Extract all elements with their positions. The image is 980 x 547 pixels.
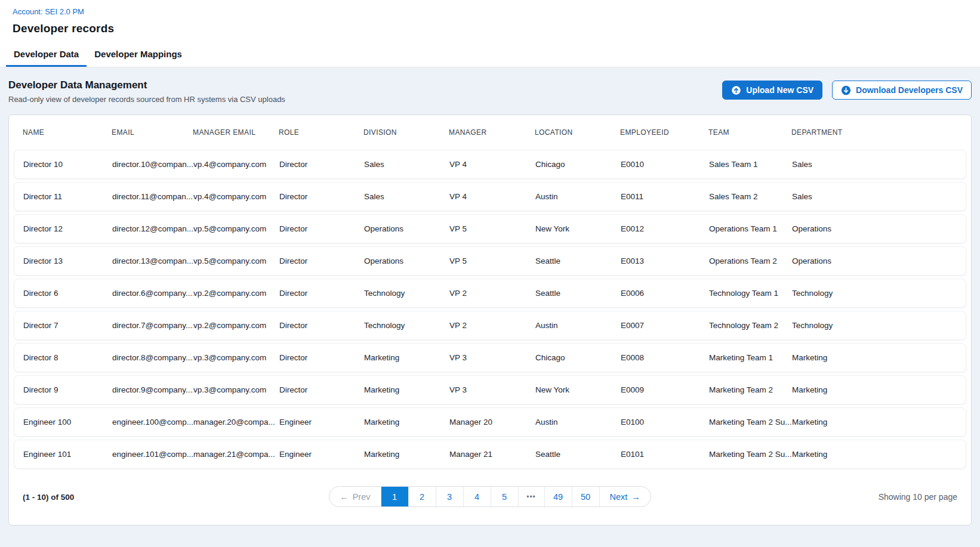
page-button-4[interactable]: 4 [463, 487, 491, 506]
upload-csv-button[interactable]: Upload New CSV [722, 81, 822, 100]
cell-department: Marketing [792, 353, 966, 362]
cell-manager: VP 3 [449, 385, 535, 394]
app-window: Account: SEI 2.0 PM Developer records De… [0, 0, 980, 547]
section-header-text: Developer Data Management Read-only view… [8, 79, 285, 104]
download-csv-button[interactable]: Download Developers CSV [832, 81, 972, 100]
section-header: Developer Data Management Read-only view… [8, 79, 972, 104]
cell-location: Seattle [535, 289, 621, 298]
page-button-2[interactable]: 2 [408, 487, 436, 506]
cell-email: director.9@company.... [112, 385, 193, 394]
page-button-49[interactable]: 49 [544, 487, 572, 506]
cell-manager: VP 5 [449, 256, 535, 265]
cell-department: Operations [792, 256, 966, 265]
cell-name: Director 9 [23, 385, 112, 394]
cell-name: Director 11 [23, 192, 112, 201]
cell-manager-email: vp.2@company.com [193, 321, 279, 330]
download-csv-label: Download Developers CSV [856, 85, 963, 95]
cell-manager-email: vp.3@company.com [193, 385, 279, 394]
cell-employeeid: E0011 [621, 192, 709, 201]
table-row: Director 8 director.8@company.... vp.3@c… [14, 343, 966, 372]
cell-name: Director 10 [23, 160, 112, 169]
cell-location: New York [535, 385, 621, 394]
cell-employeeid: E0100 [621, 418, 709, 427]
prev-label: Prev [353, 492, 371, 502]
cell-location: Seattle [535, 256, 621, 265]
column-header-department: DEPARTMENT [791, 128, 971, 137]
tab-developer-mappings[interactable]: Developer Mappings [87, 42, 190, 67]
cell-division: Sales [364, 160, 449, 169]
cell-department: Technology [792, 321, 966, 330]
prev-page-button[interactable]: ←Prev [329, 487, 380, 506]
left-arrow-icon: ← [340, 492, 349, 502]
cell-role: Director [279, 192, 364, 201]
cell-division: Technology [364, 321, 449, 330]
table-row: Engineer 101 engineer.101@comp... manage… [14, 440, 966, 469]
section-actions: Upload New CSV Download Developers CSV [722, 81, 972, 100]
page-button-5[interactable]: 5 [491, 487, 518, 506]
upload-icon [731, 85, 741, 95]
cell-email: engineer.101@comp... [112, 450, 193, 459]
cell-role: Director [279, 321, 364, 330]
cell-location: Austin [535, 192, 621, 201]
cell-role: Director [279, 160, 364, 169]
pagination-ellipsis: ••• [518, 487, 544, 506]
cell-manager: Manager 21 [449, 450, 535, 459]
cell-role: Director [279, 256, 364, 265]
table-row: Engineer 100 engineer.100@comp... manage… [14, 407, 966, 437]
column-header-manager-email: MANAGER EMAIL [193, 128, 279, 137]
next-page-button[interactable]: Next→ [599, 487, 651, 506]
cell-department: Marketing [792, 385, 966, 394]
cell-manager-email: vp.5@company.com [193, 256, 279, 265]
table-row: Director 6 director.6@company.... vp.2@c… [14, 279, 966, 308]
cell-name: Engineer 101 [23, 450, 112, 459]
table-footer: (1 - 10) of 500 ←Prev12345•••4950Next→ S… [9, 472, 971, 525]
range-text: (1 - 10) of 500 [23, 493, 74, 502]
tab-bar: Developer Data Developer Mappings [0, 42, 980, 67]
cell-role: Engineer [279, 418, 364, 427]
cell-team: Operations Team 2 [709, 256, 792, 265]
page-button-1[interactable]: 1 [381, 487, 408, 506]
cell-employeeid: E0010 [621, 160, 709, 169]
cell-division: Marketing [364, 418, 449, 427]
page-button-50[interactable]: 50 [572, 487, 599, 506]
cell-manager-email: vp.2@company.com [193, 289, 279, 298]
cell-department: Operations [792, 224, 966, 233]
cell-name: Engineer 100 [23, 418, 112, 427]
cell-team: Technology Team 2 [709, 321, 792, 330]
cell-manager: VP 4 [449, 192, 535, 201]
cell-division: Operations [364, 224, 449, 233]
cell-location: Chicago [535, 160, 621, 169]
cell-role: Director [279, 385, 364, 394]
cell-name: Director 12 [23, 224, 112, 233]
cell-location: Austin [535, 418, 621, 427]
cell-manager-email: vp.5@company.com [193, 224, 279, 233]
cell-email: director.12@compan... [112, 224, 193, 233]
column-header-email: EMAIL [112, 128, 193, 137]
cell-manager-email: manager.21@compa... [193, 450, 279, 459]
column-header-employeeid: EMPLOYEEID [620, 128, 708, 137]
table-row: Director 7 director.7@company.... vp.2@c… [14, 311, 966, 340]
cell-role: Engineer [279, 450, 364, 459]
cell-role: Director [279, 224, 364, 233]
cell-email: engineer.100@comp... [112, 418, 193, 427]
tab-developer-data[interactable]: Developer Data [6, 42, 87, 67]
cell-employeeid: E0007 [621, 321, 709, 330]
cell-team: Sales Team 2 [709, 192, 792, 201]
table-row: Director 10 director.10@compan... vp.4@c… [14, 150, 966, 179]
cell-name: Director 8 [23, 353, 112, 362]
page-button-3[interactable]: 3 [436, 487, 463, 506]
cell-location: New York [535, 224, 621, 233]
cell-manager-email: manager.20@compa... [193, 418, 279, 427]
cell-manager: Manager 20 [449, 418, 535, 427]
cell-department: Marketing [792, 418, 966, 427]
cell-location: Seattle [535, 450, 621, 459]
cell-email: director.11@compan... [112, 192, 193, 201]
cell-manager: VP 3 [449, 353, 535, 362]
cell-manager: VP 2 [449, 321, 535, 330]
cell-employeeid: E0013 [621, 256, 709, 265]
table-row: Director 9 director.9@company.... vp.3@c… [14, 375, 966, 404]
section-subtitle: Read-only view of developer records sour… [8, 95, 285, 104]
account-link[interactable]: Account: SEI 2.0 PM [13, 7, 84, 16]
cell-email: director.10@compan... [112, 160, 193, 169]
cell-department: Technology [792, 289, 966, 298]
